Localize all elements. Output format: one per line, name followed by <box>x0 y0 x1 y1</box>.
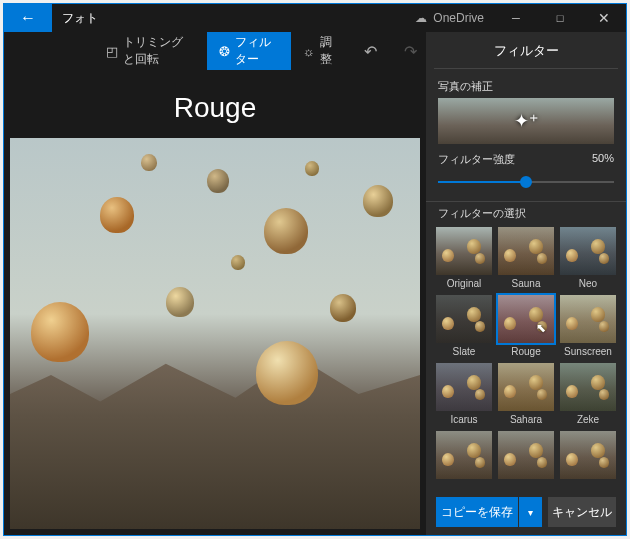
image-preview[interactable] <box>10 138 420 529</box>
current-filter-name: Rouge <box>4 70 426 138</box>
filter-tab[interactable]: ❂ フィルター <box>207 32 291 70</box>
cloud-icon: ☁ <box>415 11 427 25</box>
enhance-section-label: 写真の補正 <box>426 69 626 98</box>
filter-name-label: Sunscreen <box>560 343 616 357</box>
filter-select-label: フィルターの選択 <box>426 201 626 227</box>
filter-thumbnail[interactable] <box>560 295 616 343</box>
strength-label: フィルター強度 <box>438 152 515 167</box>
strength-row: フィルター強度 50% <box>426 152 626 167</box>
maximize-button[interactable]: □ <box>538 4 582 32</box>
back-arrow-icon: ← <box>20 9 36 27</box>
filter-item-sunscreen[interactable]: Sunscreen <box>560 295 616 357</box>
adjust-tab[interactable]: ☼ 調整 <box>291 32 347 70</box>
filter-thumbnail[interactable] <box>560 363 616 411</box>
balloon-graphic <box>166 287 194 317</box>
magic-wand-icon: ✦⁺ <box>514 110 539 132</box>
strength-slider[interactable] <box>438 175 614 189</box>
filter-thumbnail[interactable] <box>498 431 554 479</box>
sidebar-title: フィルター <box>434 32 618 69</box>
cursor-icon: ⬉ <box>536 321 546 335</box>
onedrive-status[interactable]: ☁ OneDrive <box>405 4 494 32</box>
crop-rotate-tab[interactable]: ◰ トリミングと回転 <box>94 32 207 70</box>
app-body: ◰ トリミングと回転 ❂ フィルター ☼ 調整 ↶ ↷ Rouge <box>4 32 626 535</box>
photos-app-window: ← フォト ☁ OneDrive ─ □ ✕ ◰ トリミングと回転 ❂ フィルタ… <box>3 3 627 536</box>
filter-name-label: Icarus <box>436 411 492 425</box>
save-copy-button[interactable]: コピーを保存 <box>436 497 518 527</box>
minimize-button[interactable]: ─ <box>494 4 538 32</box>
minimize-icon: ─ <box>512 12 520 24</box>
preview-landscape <box>10 341 420 529</box>
auto-enhance-button[interactable]: ✦⁺ <box>438 98 614 144</box>
save-copy-split-button: コピーを保存 ▾ <box>436 497 542 527</box>
filter-thumbnail[interactable] <box>498 227 554 275</box>
filter-thumbnail[interactable] <box>436 295 492 343</box>
filter-thumbnail[interactable]: ⬉ <box>498 295 554 343</box>
filter-grid: OriginalSaunaNeoSlate⬉RougeSunscreenIcar… <box>426 227 626 489</box>
balloon-graphic <box>100 197 134 233</box>
save-dropdown-button[interactable]: ▾ <box>518 497 542 527</box>
filter-item-neo[interactable]: Neo <box>560 227 616 289</box>
filter-name-label: Rouge <box>498 343 554 357</box>
filter-thumbnail[interactable] <box>436 431 492 479</box>
filter-item-icarus[interactable]: Icarus <box>436 363 492 425</box>
undo-icon: ↶ <box>364 42 377 61</box>
balloon-graphic <box>363 185 393 217</box>
filter-item-more[interactable] <box>436 431 492 479</box>
sidebar-footer: コピーを保存 ▾ キャンセル <box>426 489 626 535</box>
balloon-graphic <box>330 294 356 322</box>
filter-name-label: Sauna <box>498 275 554 289</box>
filter-icon: ❂ <box>219 44 230 59</box>
balloon-graphic <box>141 154 157 171</box>
filter-name-label: Neo <box>560 275 616 289</box>
edit-toolbar: ◰ トリミングと回転 ❂ フィルター ☼ 調整 ↶ ↷ <box>4 32 426 70</box>
filter-thumbnail[interactable] <box>560 227 616 275</box>
filter-item-more[interactable] <box>560 431 616 479</box>
filter-item-slate[interactable]: Slate <box>436 295 492 357</box>
cancel-button[interactable]: キャンセル <box>548 497 616 527</box>
back-button[interactable]: ← <box>4 4 52 32</box>
crop-icon: ◰ <box>106 44 118 59</box>
filter-item-zeke[interactable]: Zeke <box>560 363 616 425</box>
filter-label: フィルター <box>235 34 279 68</box>
balloon-graphic <box>207 169 229 193</box>
filter-sidebar: フィルター 写真の補正 ✦⁺ フィルター強度 50% フィルターの選択 Orig… <box>426 32 626 535</box>
slider-thumb[interactable] <box>520 176 532 188</box>
maximize-icon: □ <box>557 12 564 24</box>
titlebar: ← フォト ☁ OneDrive ─ □ ✕ <box>4 4 626 32</box>
filter-item-original[interactable]: Original <box>436 227 492 289</box>
filter-thumbnail[interactable] <box>498 363 554 411</box>
filter-name-label: Slate <box>436 343 492 357</box>
onedrive-label: OneDrive <box>433 11 484 25</box>
filter-item-sahara[interactable]: Sahara <box>498 363 554 425</box>
balloon-graphic <box>264 208 308 254</box>
filter-thumbnail[interactable] <box>560 431 616 479</box>
filter-item-sauna[interactable]: Sauna <box>498 227 554 289</box>
filter-grid-inner: OriginalSaunaNeoSlate⬉RougeSunscreenIcar… <box>436 227 616 479</box>
adjust-label: 調整 <box>320 34 335 68</box>
chevron-down-icon: ▾ <box>528 507 533 518</box>
filter-thumbnail[interactable] <box>436 363 492 411</box>
filter-name-label: Original <box>436 275 492 289</box>
undo-button[interactable]: ↶ <box>355 32 386 70</box>
app-title: フォト <box>52 4 405 32</box>
redo-button[interactable]: ↷ <box>395 32 426 70</box>
filter-item-rouge[interactable]: ⬉Rouge <box>498 295 554 357</box>
filter-name-label: Sahara <box>498 411 554 425</box>
balloon-graphic <box>256 341 318 405</box>
filter-item-more[interactable] <box>498 431 554 479</box>
adjust-icon: ☼ <box>303 44 315 59</box>
filter-thumbnail[interactable] <box>436 227 492 275</box>
crop-label: トリミングと回転 <box>123 34 195 68</box>
balloon-graphic <box>305 161 319 176</box>
filter-name-label: Zeke <box>560 411 616 425</box>
balloon-graphic <box>231 255 245 270</box>
close-icon: ✕ <box>598 10 610 26</box>
strength-value: 50% <box>592 152 614 167</box>
close-button[interactable]: ✕ <box>582 4 626 32</box>
redo-icon: ↷ <box>404 42 417 61</box>
editor-left-pane: ◰ トリミングと回転 ❂ フィルター ☼ 調整 ↶ ↷ Rouge <box>4 32 426 535</box>
slider-fill <box>438 181 526 183</box>
balloon-graphic <box>31 302 89 362</box>
